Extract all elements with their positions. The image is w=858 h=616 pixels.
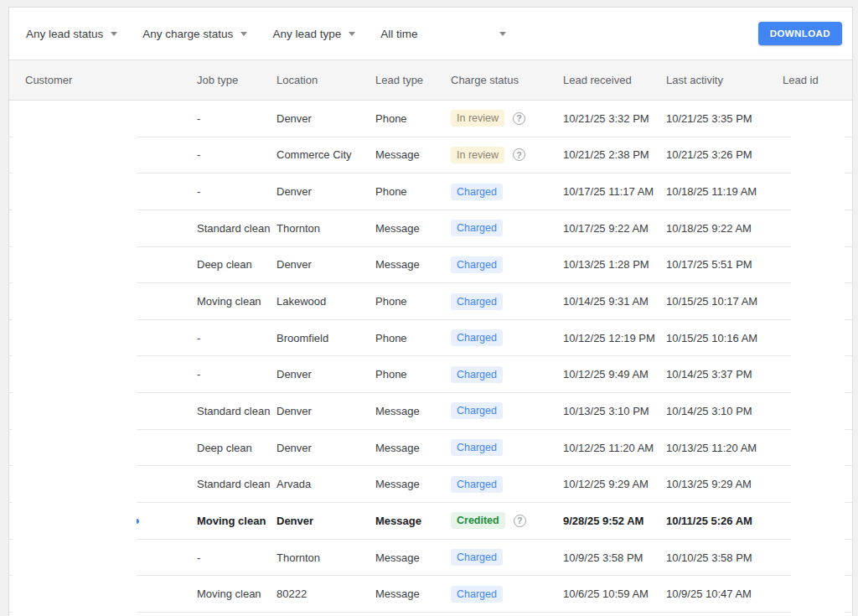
cell-charge-status: Charged ? [451, 329, 563, 346]
cell-lead-received: 10/12/25 9:29 AM [563, 478, 666, 490]
cell-job-type: Standard clean [197, 222, 277, 235]
cell-job-type: - [197, 551, 277, 564]
cell-lead-type: Phone [375, 332, 451, 344]
cell-last-activity: 10/13/25 11:20 AM [666, 442, 783, 454]
cell-lead-received: 10/6/25 10:59 AM [563, 588, 666, 600]
cell-lead-received: 10/12/25 9:49 AM [563, 368, 666, 380]
help-icon[interactable]: ? [513, 112, 525, 125]
filter-lead-type-label: Any lead type [272, 28, 341, 40]
cell-lead-received: 9/28/25 9:52 AM [563, 515, 666, 527]
filter-lead-status[interactable]: Any lead status [26, 28, 117, 40]
charge-status-badge: Charged [451, 366, 503, 383]
cell-last-activity: 10/15/25 10:17 AM [666, 295, 783, 308]
cell-location: Denver [277, 258, 375, 271]
cell-lead-received: 10/13/25 3:10 PM [563, 405, 666, 417]
cell-charge-status: Charged ? [451, 366, 563, 383]
download-button[interactable]: DOWNLOAD [758, 22, 842, 45]
cell-job-type: Moving clean [197, 295, 277, 308]
cell-lead-type: Phone [375, 368, 451, 380]
cell-location: 80222 [277, 588, 375, 600]
cell-lead-type: Phone [375, 185, 451, 198]
cell-location: Denver [277, 515, 375, 527]
filter-charge-status[interactable]: Any charge status [142, 28, 247, 40]
cell-location: Broomfield [277, 332, 375, 344]
chevron-down-icon [499, 32, 506, 36]
cell-lead-type: Phone [375, 112, 451, 125]
cell-lead-type: Message [375, 222, 451, 235]
cell-lead-received: 10/9/25 3:58 PM [563, 551, 666, 564]
cell-location: Denver [277, 442, 375, 454]
cell-job-type: Standard clean [197, 405, 277, 417]
cell-job-type: Moving clean [197, 588, 277, 600]
chevron-down-icon [111, 32, 117, 36]
cell-location: Denver [277, 368, 375, 380]
cell-last-activity: 10/14/25 3:10 PM [666, 405, 783, 417]
cell-location: Lakewood [277, 295, 375, 308]
charge-status-badge: Credited [451, 512, 505, 529]
cell-job-type: Deep clean [197, 258, 277, 271]
cell-last-activity: 10/21/25 3:35 PM [666, 112, 783, 125]
cell-last-activity: 10/10/25 3:58 PM [666, 551, 783, 564]
cell-lead-received: 10/12/25 11:20 AM [563, 442, 666, 454]
cell-lead-type: Message [375, 148, 451, 161]
leads-table: Customer Job type Location Lead type Cha… [9, 60, 852, 613]
cell-charge-status: Charged ? [451, 476, 563, 493]
cell-charge-status: Charged ? [451, 293, 563, 310]
chevron-down-icon [349, 32, 355, 36]
cell-lead-type: Message [375, 515, 451, 527]
table-body: - Denver Phone In review ? 10/21/25 3:32… [9, 101, 852, 613]
help-icon[interactable]: ? [514, 515, 526, 527]
charge-status-badge: Charged [451, 184, 503, 200]
cell-last-activity: 10/21/25 3:26 PM [666, 148, 783, 161]
leads-panel: Any lead status Any charge status Any le… [8, 7, 853, 616]
table-header: Customer Job type Location Lead type Cha… [9, 60, 852, 101]
cell-last-activity: 10/18/25 9:22 AM [666, 222, 783, 235]
col-job-type: Job type [197, 74, 277, 86]
cell-location: Commerce City [277, 148, 375, 161]
col-last-activity: Last activity [666, 74, 783, 86]
cell-job-type: - [197, 185, 277, 198]
cell-location: Denver [277, 405, 375, 417]
filter-date-range[interactable]: All time [380, 28, 506, 40]
cell-charge-status: Charged ? [451, 402, 563, 419]
cell-charge-status: Charged ? [451, 256, 563, 273]
charge-status-badge: Charged [451, 586, 503, 603]
cell-job-type: - [197, 332, 277, 344]
cell-job-type: - [197, 368, 277, 380]
col-location: Location [277, 74, 375, 86]
cell-job-type: - [197, 148, 277, 161]
cell-lead-received: 10/17/25 11:17 AM [563, 185, 666, 198]
filter-lead-status-label: Any lead status [26, 28, 103, 40]
cell-location: Thornton [277, 551, 375, 564]
charge-status-badge: In review [451, 147, 504, 163]
filter-lead-type[interactable]: Any lead type [272, 28, 355, 40]
col-lead-received: Lead received [563, 74, 666, 86]
cell-last-activity: 10/11/25 5:26 AM [666, 515, 783, 527]
cell-charge-status: Charged ? [451, 220, 563, 236]
cell-lead-type: Message [375, 478, 451, 490]
cell-charge-status: Charged ? [451, 184, 563, 200]
cell-location: Denver [277, 185, 375, 198]
cell-lead-received: 10/21/25 3:32 PM [563, 112, 666, 125]
cell-location: Denver [277, 112, 375, 125]
cell-location: Thornton [277, 222, 375, 235]
charge-status-badge: Charged [451, 476, 503, 493]
charge-status-badge: Charged [451, 256, 503, 273]
charge-status-badge: Charged [451, 329, 503, 346]
cell-job-type: Deep clean [197, 442, 277, 454]
charge-status-badge: Charged [451, 549, 503, 566]
filter-charge-status-label: Any charge status [142, 28, 233, 40]
cell-lead-type: Message [375, 258, 451, 271]
col-lead-type: Lead type [375, 74, 451, 86]
cell-lead-type: Message [375, 551, 451, 564]
cell-last-activity: 10/9/25 10:47 AM [666, 588, 783, 600]
cell-lead-type: Message [375, 442, 451, 454]
col-customer: Customer [25, 74, 197, 86]
cell-charge-status: Credited ? [451, 512, 563, 529]
cell-last-activity: 10/14/25 3:37 PM [666, 368, 783, 380]
cell-lead-type: Message [375, 588, 451, 600]
cell-charge-status: Charged ? [451, 586, 563, 603]
cell-last-activity: 10/18/25 11:19 AM [666, 185, 783, 198]
help-icon[interactable]: ? [513, 148, 525, 161]
charge-status-badge: Charged [451, 439, 503, 456]
